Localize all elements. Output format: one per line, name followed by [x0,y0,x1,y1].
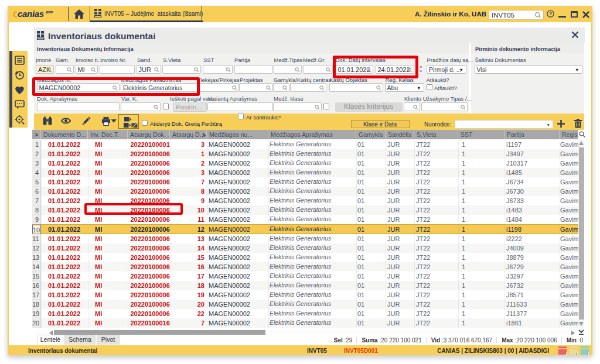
svg-text:?: ? [549,11,553,16]
